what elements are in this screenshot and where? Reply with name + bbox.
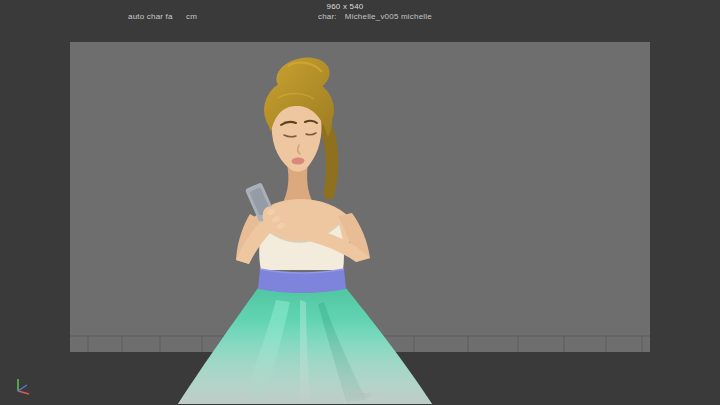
character-belt <box>258 269 346 293</box>
xyz-axis-icon[interactable] <box>10 370 38 398</box>
hud-resolution: 960 x 540 <box>305 2 385 12</box>
viewport-canvas[interactable] <box>0 0 720 405</box>
hud-char-label: char: <box>318 12 337 21</box>
character-render <box>178 53 432 404</box>
hud-char-value: Michelle_v005 michelle <box>345 12 432 21</box>
character-skirt <box>178 288 432 404</box>
viewport-background: 960 x 540 auto char fa cm char:Michelle_… <box>0 0 720 405</box>
hud-camera-name: persp <box>320 390 400 400</box>
hud-left-text: auto char fa <box>128 12 173 22</box>
hud-character-info: char:Michelle_v005 michelle <box>318 12 432 22</box>
hud-units: cm <box>186 12 197 22</box>
